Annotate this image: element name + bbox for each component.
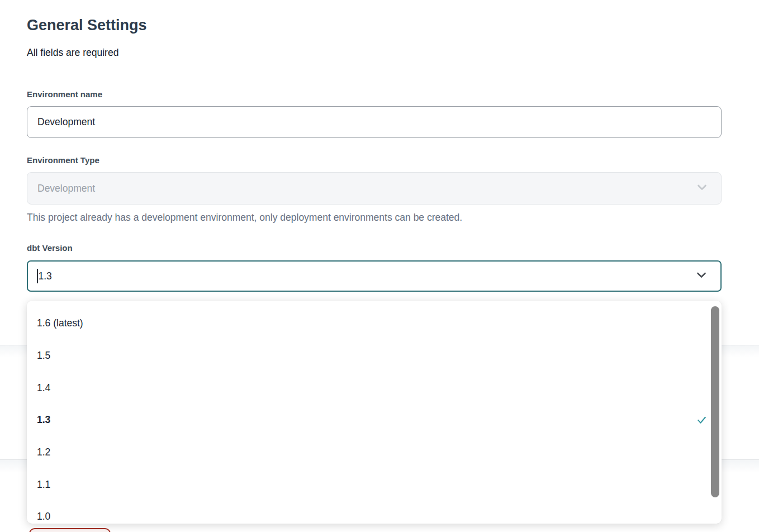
- check-icon: [696, 415, 707, 425]
- dbt-version-value: 1.3: [39, 270, 52, 282]
- chevron-down-icon[interactable]: [695, 268, 708, 284]
- option-label: 1.4: [37, 382, 50, 394]
- chevron-down-icon: [695, 180, 709, 197]
- dropdown-option-1.6-latest[interactable]: 1.6 (latest): [27, 307, 722, 340]
- dbt-version-combobox[interactable]: 1.3: [27, 260, 722, 292]
- option-label: 1.2: [37, 446, 50, 458]
- environment-name-input[interactable]: [27, 106, 722, 138]
- dropdown-option-1.1[interactable]: 1.1: [27, 468, 722, 501]
- environment-type-value: Development: [37, 183, 95, 194]
- dbt-version-label: dbt Version: [27, 243, 73, 253]
- dropdown-option-1.0[interactable]: 1.0: [27, 501, 722, 524]
- dropdown-option-1.5[interactable]: 1.5: [27, 340, 722, 372]
- option-label: 1.3: [37, 414, 50, 426]
- environment-name-label: Environment name: [27, 89, 102, 99]
- option-label: 1.0: [37, 511, 50, 522]
- danger-button[interactable]: [29, 528, 111, 532]
- option-label: 1.5: [37, 350, 50, 362]
- dropdown-scrollbar[interactable]: [711, 306, 719, 497]
- environment-type-helper: This project already has a development e…: [27, 212, 722, 224]
- environment-type-label: Environment Type: [27, 155, 99, 165]
- page-title: General Settings: [27, 17, 147, 34]
- dropdown-option-1.2[interactable]: 1.2: [27, 436, 722, 469]
- text-caret: [37, 269, 38, 283]
- page-subtitle: All fields are required: [27, 47, 118, 59]
- dbt-version-listbox: 1.6 (latest)1.51.41.31.21.11.0: [27, 301, 722, 524]
- environment-type-select: Development: [27, 172, 722, 205]
- dropdown-option-1.3[interactable]: 1.3: [27, 404, 722, 436]
- option-label: 1.6 (latest): [37, 317, 83, 329]
- dropdown-option-1.4[interactable]: 1.4: [27, 372, 722, 404]
- option-label: 1.1: [37, 479, 50, 491]
